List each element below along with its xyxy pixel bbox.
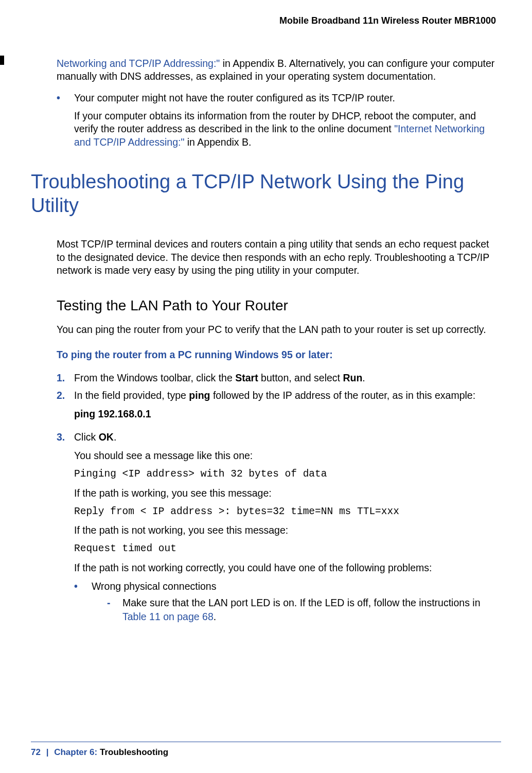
step-number: 3. (57, 430, 74, 626)
paragraph: You can ping the router from your PC to … (57, 323, 496, 336)
code-output: Pinging <IP address> with 32 bytes of da… (74, 467, 496, 481)
text: in Appendix B. (184, 136, 251, 148)
step-1: From the Windows toolbar, click the Star… (74, 371, 496, 384)
heading-2: Testing the LAN Path to Your Router (57, 297, 496, 314)
footer-separator: | (46, 747, 49, 757)
text: Wrong physical connections (92, 581, 216, 592)
continuation-paragraph: Networking and TCP/IP Addressing:" in Ap… (57, 57, 496, 83)
intro-paragraph: Most TCP/IP terminal devices and routers… (57, 238, 496, 277)
step-number: 2. (57, 389, 74, 426)
sub-sub-item: Make sure that the LAN port LED is on. I… (122, 596, 496, 623)
chapter-label: Chapter 6: (54, 747, 97, 757)
link-networking-tcpip-1[interactable]: Networking and TCP/IP Addressing:" (57, 58, 220, 69)
text: Click (74, 431, 99, 443)
text: You should see a message like this one: (74, 449, 496, 462)
running-header: Mobile Broadband 11n Wireless Router MBR… (31, 15, 501, 26)
ping-example: ping 192.168.0.1 (74, 407, 496, 420)
text: . (114, 431, 116, 443)
code-output: Request timed out (74, 542, 496, 555)
footer-rule (31, 742, 501, 742)
text: If the path is not working correctly, yo… (74, 561, 496, 574)
code-output: Reply from < IP address >: bytes=32 time… (74, 505, 496, 518)
text: followed by the IP address of the router… (210, 390, 475, 401)
step-2: In the field provided, type ping followe… (74, 389, 496, 426)
chapter-title: Troubleshooting (100, 747, 168, 757)
link-table-11[interactable]: Table 11 on page 68 (122, 611, 214, 622)
task-heading: To ping the router from a PC running Win… (57, 349, 496, 361)
text: . (214, 611, 216, 622)
text: Your computer might not have the router … (74, 92, 496, 104)
text: If the path is not working, you see this… (74, 523, 496, 537)
ui-run: Run (343, 372, 362, 383)
text: button, and select (258, 372, 343, 383)
footer: 72 | Chapter 6: Troubleshooting (31, 747, 168, 758)
text: Make sure that the LAN port LED is on. I… (122, 597, 480, 608)
bullet-icon: • (74, 579, 92, 623)
bullet-icon: • (57, 92, 74, 149)
sub-item: Wrong physical connections - Make sure t… (92, 579, 496, 623)
step-number: 1. (57, 371, 74, 384)
text: From the Windows toolbar, click the (74, 372, 235, 383)
dash-icon: - (107, 596, 122, 623)
step-3: Click OK. You should see a message like … (74, 430, 496, 626)
page-number: 72 (31, 747, 41, 757)
ui-start: Start (235, 372, 258, 383)
ui-ok: OK (99, 431, 114, 443)
text: If the path is working, you see this mes… (74, 486, 496, 500)
change-bar-marker (0, 56, 4, 65)
text: In the field provided, type (74, 390, 189, 401)
heading-1: Troubleshooting a TCP/IP Network Using t… (31, 170, 496, 217)
cmd-ping: ping (189, 390, 210, 401)
text: . (362, 372, 365, 383)
bullet-item: Your computer might not have the router … (74, 92, 496, 149)
